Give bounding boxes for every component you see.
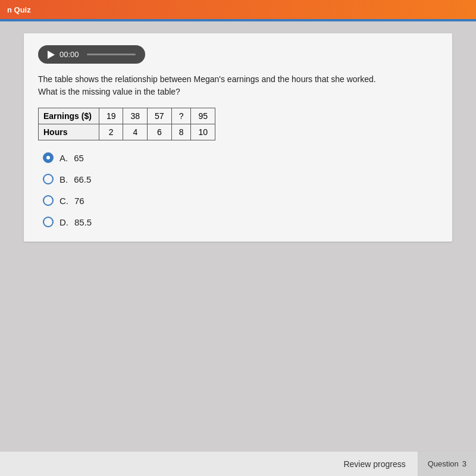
option-c-value: 76: [74, 196, 84, 206]
option-c[interactable]: C. 76: [43, 195, 438, 206]
radio-d[interactable]: [43, 217, 54, 227]
option-b-value: 66.5: [74, 174, 91, 184]
question-number: 3: [462, 459, 466, 468]
table-row-earnings: Earnings ($) 19 38 57 ? 95: [39, 108, 215, 124]
data-table: Earnings ($) 19 38 57 ? 95 Hours 2 4 6 8…: [38, 108, 215, 140]
hours-val-4: 8: [171, 124, 191, 140]
audio-player[interactable]: 00:00: [38, 45, 145, 64]
table-row-hours: Hours 2 4 6 8 10: [39, 124, 215, 140]
hours-header: Hours: [39, 124, 99, 140]
content-card: 00:00 The table shows the relationship b…: [24, 33, 452, 242]
hours-val-5: 10: [191, 124, 215, 140]
earnings-val-3: 57: [148, 108, 172, 124]
question-label: Question: [428, 459, 459, 468]
option-a-value: 65: [74, 153, 84, 163]
radio-a[interactable]: [43, 152, 54, 163]
top-bar-title: n Quiz: [7, 5, 31, 14]
earnings-val-2: 38: [123, 108, 148, 124]
earnings-header: Earnings ($): [39, 108, 99, 124]
hours-val-1: 2: [99, 124, 123, 140]
hours-val-2: 4: [123, 124, 148, 140]
question-line2: What is the missing value in the table?: [38, 87, 180, 96]
accent-line: [0, 19, 476, 21]
option-b-letter: B.: [60, 174, 68, 184]
audio-time: 00:00: [60, 50, 82, 59]
question-text: The table shows the relationship between…: [38, 73, 438, 98]
option-b[interactable]: B. 66.5: [43, 174, 438, 184]
option-d-letter: D.: [60, 217, 68, 227]
earnings-val-5: 95: [191, 108, 215, 124]
earnings-val-4: ?: [171, 108, 191, 124]
review-progress-button[interactable]: Review progress: [331, 452, 418, 476]
option-a[interactable]: A. 65: [43, 152, 438, 163]
option-c-letter: C.: [60, 196, 68, 206]
options-list: A. 65 B. 66.5 C. 76 D. 85.5: [38, 152, 438, 227]
question-info: Question 3: [418, 452, 476, 476]
radio-b[interactable]: [43, 174, 54, 184]
option-d[interactable]: D. 85.5: [43, 217, 438, 227]
question-line1: The table shows the relationship between…: [38, 74, 376, 84]
bottom-bar: Review progress Question 3: [0, 451, 476, 476]
earnings-val-1: 19: [99, 108, 123, 124]
audio-progress-bar[interactable]: [87, 54, 136, 55]
option-a-letter: A.: [60, 153, 68, 163]
play-icon[interactable]: [48, 51, 55, 59]
option-d-value: 85.5: [74, 217, 92, 227]
radio-c[interactable]: [43, 195, 54, 206]
review-progress-label: Review progress: [343, 459, 405, 469]
top-bar: n Quiz: [0, 0, 476, 19]
hours-val-3: 6: [148, 124, 172, 140]
